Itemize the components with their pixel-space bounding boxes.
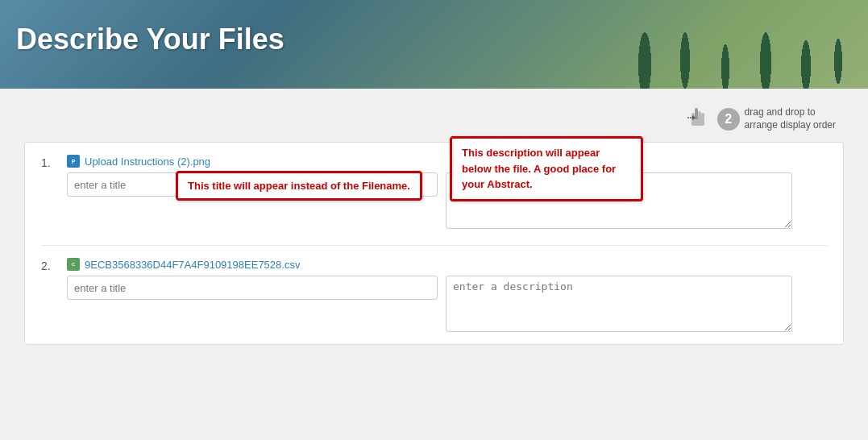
dnd-step-badge: 2 (717, 108, 740, 131)
drag-hand-icon (683, 105, 712, 134)
description-textarea-2[interactable] (446, 276, 792, 332)
file-name-row-2: C 9ECB3568336D44F7A4F9109198EE7528.csv (67, 258, 827, 271)
desc-col-2 (446, 276, 792, 332)
file-item-1: 1. P Upload Instructions (2).png This ti… (41, 155, 827, 229)
tooltip-title-1: This title will appear instead of the Fi… (176, 171, 422, 201)
svg-rect-4 (691, 119, 704, 126)
file-name-link-1[interactable]: Upload Instructions (2).png (85, 156, 210, 168)
svg-rect-0 (695, 108, 698, 121)
page-title: Describe Your Files (0, 0, 868, 79)
tooltip-desc-1: This description will appear below the f… (450, 136, 643, 201)
title-input-2[interactable] (67, 276, 438, 300)
file-number-1: 1. (41, 155, 57, 169)
file-number-2: 2. (41, 258, 57, 272)
file-name-link-2[interactable]: 9ECB3568336D44F7A4F9109198EE7528.csv (85, 259, 300, 271)
file-items-container: 1. P Upload Instructions (2).png This ti… (24, 142, 844, 345)
file-fields-row-2 (67, 276, 827, 332)
dnd-icon-area: 2 drag and drop to arrange display order (683, 105, 836, 134)
file-fields-row-1: This title will appear instead of the Fi… (67, 172, 827, 229)
file-separator (41, 245, 827, 246)
file-icon-csv-2: C (67, 258, 80, 271)
file-item-2: 2. C 9ECB3568336D44F7A4F9109198EE7528.cs… (41, 258, 827, 332)
file-item-1-main: P Upload Instructions (2).png This title… (67, 155, 827, 229)
main-content: 2 drag and drop to arrange display order… (0, 89, 868, 440)
header-banner: Describe Your Files (0, 0, 868, 89)
file-item-2-main: C 9ECB3568336D44F7A4F9109198EE7528.csv (67, 258, 827, 332)
file-icon-png-1: P (67, 155, 80, 168)
file-name-row-1: P Upload Instructions (2).png (67, 155, 827, 168)
dnd-hint-area: 2 drag and drop to arrange display order (24, 105, 844, 134)
dnd-hint-text: drag and drop to arrange display order (745, 106, 836, 131)
